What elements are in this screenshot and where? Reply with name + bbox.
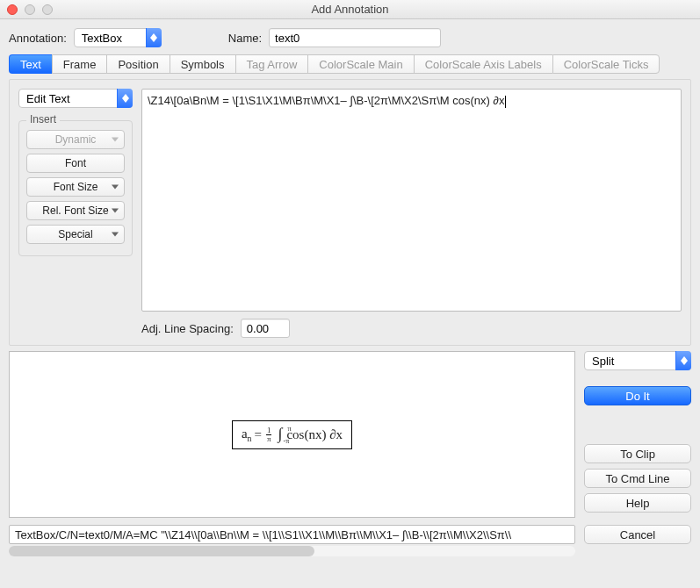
svg-marker-1 [150,38,157,42]
tab-colorscale-ticks[interactable]: ColorScale Ticks [552,54,660,74]
insert-font-button[interactable]: Font [26,154,125,173]
formula-eq: = [254,427,261,442]
svg-marker-5 [681,361,688,365]
formula-lhs: an [242,427,252,443]
chevron-down-icon [112,209,119,213]
annotation-text-input[interactable]: \Z14\[0a\Bn\M = \[1\S1\X1\M\Bπ\M\X1– ∫\B… [141,89,682,312]
tab-symbols[interactable]: Symbols [170,54,235,74]
formula-box: an = 1 π ∫ π -π cos(nx) ∂x [232,420,352,449]
formula-rhs: cos(nx) ∂x [286,427,343,442]
insert-group-title: Insert [26,113,60,125]
tab-text[interactable]: Text [9,54,52,74]
cmdline-output[interactable]: TextBox/C/N=text0/M/A=MC "\\Z14\\[0a\\Bn… [9,525,575,544]
annotation-label: Annotation: [9,32,67,45]
split-select[interactable]: Split [584,351,691,370]
cmdline-scrollbar[interactable] [9,546,691,556]
chevron-down-icon [112,185,119,190]
side-buttons: Split Do It To Clip To Cmd Line Help [584,351,691,518]
insert-special-button[interactable]: Special [26,225,125,244]
formula-fraction: 1 π [266,427,272,443]
line-spacing-field[interactable] [241,319,290,338]
tab-frame[interactable]: Frame [52,54,107,74]
tab-colorscale-main[interactable]: ColorScale Main [307,54,413,74]
svg-marker-3 [122,98,129,103]
cmdline-row: TextBox/C/N=text0/M/A=MC "\\Z14\\[0a\\Bn… [9,525,691,544]
tabs: TextFramePositionSymbolsTag ArrowColorSc… [9,54,691,74]
integral-icon: ∫ π -π [278,427,282,442]
name-label: Name: [228,32,262,45]
help-button[interactable]: Help [584,493,691,513]
chevron-down-icon [112,233,119,237]
line-spacing-label: Adj. Line Spacing: [141,322,234,335]
annotation-select[interactable]: TextBox [74,28,162,47]
edit-mode-select[interactable]: Edit Text [18,89,133,108]
insert-group: Insert DynamicFontFont SizeRel. Font Siz… [18,120,133,256]
line-spacing-row: Adj. Line Spacing: [141,319,682,338]
insert-font-size-button[interactable]: Font Size [26,177,125,197]
tab-tag-arrow[interactable]: Tag Arrow [235,54,308,74]
cancel-button[interactable]: Cancel [584,525,691,544]
insert-rel-font-size-button[interactable]: Rel. Font Size [26,201,125,220]
tab-colorscale-axis-labels[interactable]: ColorScale Axis Labels [414,54,552,74]
window-title: Add Annotation [0,3,700,16]
text-panel: Edit Text Insert DynamicFontFont SizeRel… [9,79,691,346]
preview-area: an = 1 π ∫ π -π cos(nx) ∂x Split D [9,351,691,518]
to-clip-button[interactable]: To Clip [584,444,691,463]
chevron-updown-icon [117,89,133,108]
to-cmd-line-button[interactable]: To Cmd Line [584,469,691,488]
preview-canvas: an = 1 π ∫ π -π cos(nx) ∂x [9,351,575,518]
chevron-down-icon [112,138,119,142]
titlebar: Add Annotation [0,0,700,19]
chevron-updown-icon [146,28,162,47]
do-it-button[interactable]: Do It [584,386,691,405]
chevron-updown-icon [675,351,691,370]
insert-dynamic-button: Dynamic [26,130,125,149]
header-row: Annotation: TextBox Name: [0,19,700,54]
tab-position[interactable]: Position [106,54,169,74]
name-field[interactable] [269,28,441,47]
